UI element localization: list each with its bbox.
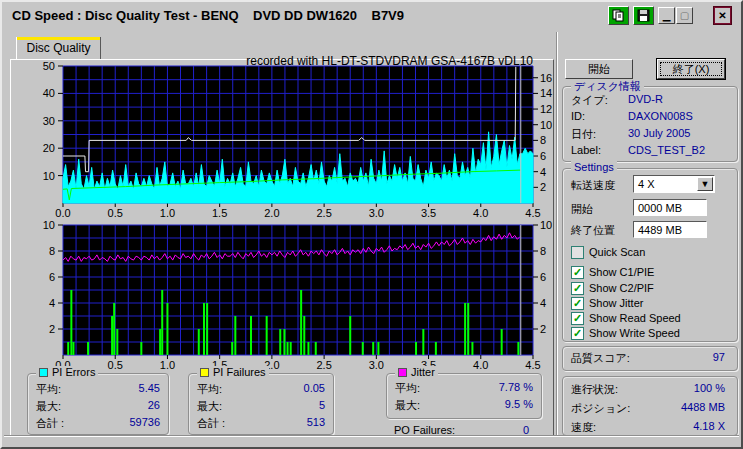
disc-label-label: Label: xyxy=(571,144,601,156)
pi-errors-title: PI Errors xyxy=(52,366,95,378)
axis-tick-label: 2 xyxy=(540,323,564,335)
axis-tick-label: 10 xyxy=(540,119,564,131)
stat-row: 平均:0.05 xyxy=(197,382,325,396)
window-title: CD Speed : Disc Quality Test - BENQ DVD … xyxy=(12,8,404,23)
axis-tick-label: 6 xyxy=(540,150,564,162)
copy-icon[interactable] xyxy=(608,6,629,25)
axis-tick-label: 2.5 xyxy=(312,207,336,219)
pi-errors-legend-swatch xyxy=(39,368,48,377)
axis-tick-label: 50 xyxy=(31,60,55,72)
show-c2-pif-checkbox[interactable]: ✓Show C2/PIF xyxy=(571,281,654,295)
axis-tick-label: 3.0 xyxy=(364,359,388,371)
stat-row: 合計 :513 xyxy=(197,416,325,430)
axis-tick-label: 8 xyxy=(540,134,564,146)
show-write-speed-checkbox[interactable]: ✓Show Write Speed xyxy=(571,326,680,340)
axis-tick-label: 1.0 xyxy=(155,207,179,219)
axis-tick-label: 4.5 xyxy=(521,359,545,371)
axis-tick-label: 12 xyxy=(540,103,564,115)
progress-value: 100 % xyxy=(694,382,725,394)
save-icon[interactable] xyxy=(633,6,654,25)
chevron-down-icon[interactable]: ▼ xyxy=(697,177,713,191)
axis-tick-label: 10 xyxy=(31,219,55,231)
pi-errors-chart xyxy=(63,66,533,203)
axis-tick-label: 2 xyxy=(540,181,564,193)
stat-row: 合計 :59736 xyxy=(36,416,160,430)
axis-tick-label: 4 xyxy=(540,166,564,178)
end-pos-input[interactable]: 4489 MB xyxy=(633,221,707,238)
pi-errors-stats: PI Errors 平均:5.45 最大:26 合計 :59736 xyxy=(27,373,169,435)
quality-score-group: 品質スコア: 97 xyxy=(562,346,738,371)
start-pos-label: 開始 xyxy=(571,202,593,217)
quality-score-value: 97 xyxy=(713,351,725,363)
pi-failures-title: PI Failures xyxy=(213,366,266,378)
show-jitter-checkbox[interactable]: ✓Show Jitter xyxy=(571,296,643,310)
maximize-icon[interactable]: ▢ xyxy=(676,7,693,24)
axis-tick-label: 3.0 xyxy=(364,207,388,219)
stat-row: 最大:26 xyxy=(36,399,160,413)
exit-button[interactable]: 終了(X) xyxy=(657,59,725,79)
axis-tick-label: 16 xyxy=(540,72,564,84)
axis-tick-label: 8 xyxy=(540,245,564,257)
active-tab-highlight xyxy=(17,37,100,40)
show-c1-pie-checkbox[interactable]: ✓Show C1/PIE xyxy=(571,265,654,279)
stat-row: 平均:5.45 xyxy=(36,382,160,396)
disc-type-label: タイプ: xyxy=(571,93,608,108)
end-pos-label: 終了位置 xyxy=(571,223,615,238)
check-icon: ✓ xyxy=(571,327,584,340)
axis-tick-label: 8 xyxy=(31,245,55,257)
axis-tick-label: 2.5 xyxy=(312,359,336,371)
axis-tick-label: 4.0 xyxy=(469,359,493,371)
axis-tick-label: 2 xyxy=(31,323,55,335)
speed-label: 転送速度 xyxy=(571,178,615,193)
check-icon: ✓ xyxy=(571,266,584,279)
axis-tick-label: 30 xyxy=(31,115,55,127)
axis-tick-label: 0.5 xyxy=(103,207,127,219)
start-button[interactable]: 開始 xyxy=(565,59,633,79)
speed-status-label: 速度: xyxy=(571,420,596,435)
speed-status-value: 4.18 X xyxy=(693,420,725,432)
settings-title: Settings xyxy=(571,161,617,173)
axis-tick-label: 3.5 xyxy=(417,207,441,219)
stat-row: 最大:5 xyxy=(197,399,325,413)
floppy-disk-icon xyxy=(637,9,650,22)
quick-scan-checkbox[interactable]: ✓Quick Scan xyxy=(571,245,645,259)
quality-score-label: 品質スコア: xyxy=(571,351,630,366)
axis-tick-label: 0.0 xyxy=(51,207,75,219)
stat-row: 平均:7.78 % xyxy=(395,381,533,395)
speed-select[interactable]: 4 X ▼ xyxy=(633,175,715,193)
pi-failures-stats: PI Failures 平均:0.05 最大:5 合計 :513 xyxy=(188,373,334,435)
disc-info-group: ディスク情報 タイプ: DVD-R ID: DAXON008S 日付: 30 J… xyxy=(562,86,738,162)
axis-tick-label: 6 xyxy=(540,271,564,283)
panel-divider xyxy=(556,32,558,436)
axis-tick-label: 40 xyxy=(31,87,55,99)
minimize-icon[interactable]: ▁ xyxy=(658,7,675,24)
axis-tick-label: 4 xyxy=(31,297,55,309)
disc-info-title: ディスク情報 xyxy=(571,79,644,94)
axis-tick-label: 20 xyxy=(31,142,55,154)
position-label: ポジション: xyxy=(571,401,630,416)
axis-tick-label: 10 xyxy=(540,219,564,231)
settings-group: Settings 転送速度 4 X ▼ 開始 0000 MB 終了位置 4489… xyxy=(562,168,738,342)
disc-type-value: DVD-R xyxy=(628,93,663,105)
axis-tick-label: 1.0 xyxy=(155,359,179,371)
axis-tick-label: 4.5 xyxy=(521,207,545,219)
disc-label-value: CDS_TEST_B2 xyxy=(628,144,705,156)
axis-tick-label: 6 xyxy=(31,271,55,283)
axis-tick-label: 10 xyxy=(31,170,55,182)
tab-label: Disc Quality xyxy=(26,41,90,55)
start-pos-input[interactable]: 0000 MB xyxy=(633,199,707,216)
disc-id-label: ID: xyxy=(571,110,585,122)
disc-id-value: DAXON008S xyxy=(628,110,693,122)
check-icon: ✓ xyxy=(571,246,584,259)
close-icon[interactable]: ✕ xyxy=(714,7,731,24)
axis-tick-label: 1.5 xyxy=(208,207,232,219)
axis-tick-label: 2.0 xyxy=(260,207,284,219)
jitter-stats: Jitter 平均:7.78 % 最大:9.5 % xyxy=(386,373,542,419)
show-read-speed-checkbox[interactable]: ✓Show Read Speed xyxy=(571,311,681,325)
check-icon: ✓ xyxy=(571,282,584,295)
progress-label: 進行状況: xyxy=(571,382,618,397)
axis-tick-label: 4 xyxy=(540,297,564,309)
position-value: 4488 MB xyxy=(681,401,725,413)
progress-group: 進行状況: 100 % ポジション: 4488 MB 速度: 4.18 X xyxy=(562,376,738,436)
chart-page: recorded with HL-DT-STDVDRAM GSA-4167B v… xyxy=(10,59,554,436)
